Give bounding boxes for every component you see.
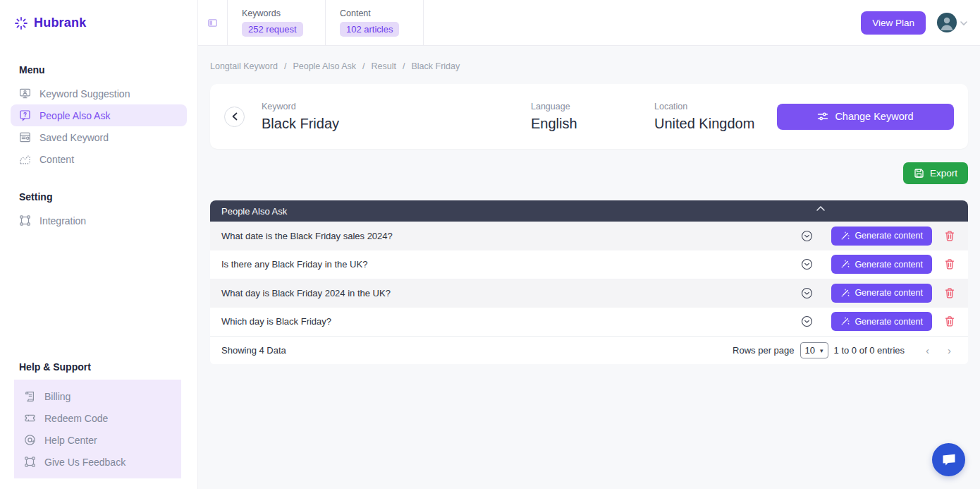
location-label: Location	[654, 102, 777, 111]
brand-name: Hubrank	[34, 16, 86, 30]
page-arrows: ‹ ›	[926, 344, 951, 356]
keyword-summary-card: Keyword Black Friday Language English Lo…	[210, 84, 968, 149]
language-value: English	[531, 116, 654, 132]
breadcrumb-separator: /	[362, 61, 365, 71]
sidebar-item-saved-keyword[interactable]: Saved Keyword	[11, 126, 187, 148]
sidebar-item-content[interactable]: Content	[11, 148, 187, 170]
magic-wand-icon	[840, 260, 850, 269]
rows-per-page-label: Rows per page	[733, 345, 794, 356]
sidebar-item-billing[interactable]: Billing	[20, 385, 176, 407]
table-row: Is there any Black Friday in the UK? Gen…	[210, 250, 968, 279]
integration-icon	[19, 215, 31, 227]
sidebar-item-label: People Also Ask	[39, 110, 110, 121]
sidebar: Hubrank Menu Keyword Suggestion	[0, 0, 198, 489]
stat-content: Content 102 articles	[326, 0, 424, 45]
brand-logo[interactable]: Hubrank	[0, 0, 197, 46]
table-footer: Showing 4 Data Rows per page 10 ▾ 1 to 0…	[210, 336, 968, 364]
topbar: Keywords 252 request Content 102 article…	[198, 0, 980, 46]
collapse-caret-icon[interactable]	[816, 203, 826, 214]
content: Longtail Keyword / People Also Ask / Res…	[198, 46, 980, 489]
ticket-icon	[24, 412, 36, 424]
user-menu[interactable]	[937, 13, 968, 32]
expand-row-icon[interactable]	[801, 258, 813, 270]
sidebar-menu-section: Menu Keyword Suggestion Peopl	[0, 64, 197, 170]
sidebar-item-label: Help Center	[44, 435, 97, 446]
generate-content-button[interactable]: Generate content	[831, 284, 932, 303]
expand-row-icon[interactable]	[801, 230, 813, 242]
feedback-icon	[24, 456, 36, 468]
sidebar-item-integration[interactable]: Integration	[11, 210, 187, 231]
delete-row-icon[interactable]	[944, 315, 955, 327]
avatar	[937, 13, 957, 32]
expand-row-icon[interactable]	[801, 287, 813, 299]
sidebar-item-redeem-code[interactable]: Redeem Code	[20, 407, 176, 429]
table-header: People Also Ask	[210, 200, 968, 222]
keyword-suggestion-icon	[19, 87, 31, 99]
help-heading: Help & Support	[19, 361, 197, 373]
delete-row-icon[interactable]	[944, 230, 955, 242]
magic-wand-icon	[840, 231, 850, 241]
sidebar-item-people-also-ask[interactable]: People Also Ask	[11, 104, 187, 126]
generate-content-label: Generate content	[855, 231, 923, 241]
question-text: Is there any Black Friday in the UK?	[221, 259, 801, 270]
generate-content-button[interactable]: Generate content	[831, 312, 932, 331]
prev-page-icon[interactable]: ‹	[926, 344, 929, 356]
help-icon	[24, 434, 36, 446]
rows-per-page-select[interactable]: 10 ▾	[800, 342, 828, 358]
pagination: Rows per page 10 ▾ 1 to 0 of 0 entries ‹…	[733, 342, 951, 358]
breadcrumb-separator: /	[284, 61, 286, 71]
topbar-right: View Plan	[861, 0, 980, 45]
saved-keyword-icon	[19, 131, 31, 143]
generate-content-button[interactable]: Generate content	[831, 227, 932, 246]
app-root: Hubrank Menu Keyword Suggestion	[0, 0, 980, 489]
sliders-icon	[817, 111, 828, 121]
sidebar-item-give-us-feedback[interactable]: Give Us Feedback	[20, 451, 176, 473]
magic-wand-icon	[840, 317, 850, 326]
stat-label: Keywords	[242, 8, 281, 18]
delete-row-icon[interactable]	[944, 258, 955, 270]
select-chevron-icon: ▾	[820, 347, 823, 354]
delete-row-icon[interactable]	[944, 287, 955, 299]
location-field: Location United Kingdom	[654, 102, 777, 132]
sidebar-item-label: Keyword Suggestion	[39, 88, 130, 99]
sidebar-item-help-center[interactable]: Help Center	[20, 429, 176, 451]
keyword-value: Black Friday	[262, 116, 531, 132]
chat-widget-button[interactable]	[932, 443, 965, 476]
sidebar-setting-section: Setting Integration	[0, 191, 197, 231]
breadcrumb-separator: /	[403, 61, 405, 71]
change-keyword-button[interactable]: Change Keyword	[777, 104, 954, 130]
breadcrumb-item[interactable]: Longtail Keyword	[210, 61, 278, 71]
change-keyword-label: Change Keyword	[835, 111, 913, 122]
breadcrumb-item[interactable]: People Also Ask	[293, 61, 356, 71]
sidebar-item-label: Billing	[44, 391, 71, 402]
question-text: What day is Black Friday 2024 in the UK?	[221, 288, 801, 298]
view-plan-button[interactable]: View Plan	[861, 11, 926, 35]
stat-badge: 102 articles	[340, 22, 399, 37]
breadcrumb-item: Black Friday	[411, 61, 460, 71]
table-row: Which day is Black Friday? Generate cont…	[210, 308, 968, 337]
breadcrumb: Longtail Keyword / People Also Ask / Res…	[210, 61, 968, 71]
expand-row-icon[interactable]	[801, 315, 813, 327]
content-icon	[19, 153, 31, 165]
generate-content-button[interactable]: Generate content	[831, 255, 932, 274]
help-block: Billing Redeem Code	[14, 380, 181, 478]
chat-bubble-icon	[941, 453, 957, 467]
magic-wand-icon	[840, 289, 850, 298]
sidebar-toggle-icon[interactable]	[198, 0, 228, 45]
next-page-icon[interactable]: ›	[948, 344, 951, 356]
export-button[interactable]: Export	[903, 162, 968, 184]
breadcrumb-item[interactable]: Result	[372, 61, 396, 71]
stat-badge: 252 request	[242, 22, 303, 37]
question-text: Which day is Black Friday?	[221, 316, 801, 327]
sidebar-item-keyword-suggestion[interactable]: Keyword Suggestion	[11, 83, 187, 104]
billing-icon	[24, 390, 36, 402]
sidebar-help-section: Help & Support Billing	[0, 361, 197, 489]
question-bubble-icon	[19, 109, 31, 121]
save-icon	[914, 168, 924, 179]
generate-content-label: Generate content	[855, 260, 923, 270]
location-value: United Kingdom	[654, 116, 777, 132]
back-button[interactable]	[224, 107, 245, 127]
stat-keywords: Keywords 252 request	[228, 0, 326, 45]
question-text: What date is the Black Friday sales 2024…	[221, 231, 801, 241]
table-row: What day is Black Friday 2024 in the UK?…	[210, 279, 968, 308]
